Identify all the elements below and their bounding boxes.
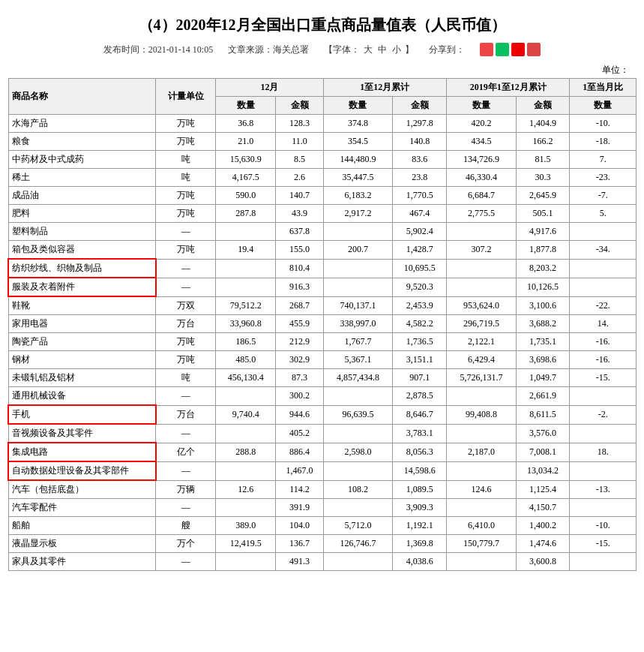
table-row: 塑料制品—637.85,902.44,917.6 xyxy=(8,223,637,241)
row-dec-qty-cell: 12.6 xyxy=(216,480,276,499)
row-unit-cell: 万吨 xyxy=(156,351,216,369)
font-small-btn[interactable]: 小 xyxy=(392,44,401,55)
row-unit-cell: — xyxy=(156,223,216,241)
row-prev-amt-cell: 1,877.8 xyxy=(516,241,570,260)
col-unit-header: 计量单位 xyxy=(156,79,216,115)
row-yoy-qty-cell xyxy=(570,223,637,241)
row-yoy-qty-cell: 14. xyxy=(570,315,637,333)
row-name-cell: 家用电器 xyxy=(8,315,156,333)
row-unit-cell: 吨 xyxy=(156,369,216,387)
table-body: 水海产品万吨36.8128.3374.81,297.8420.21,404.9-… xyxy=(8,115,637,571)
row-dec-amt-cell: 212.9 xyxy=(276,333,323,351)
table-row: 钢材万吨485.0302.95,367.13,151.16,429.43,698… xyxy=(8,351,637,369)
row-prev-amt-cell: 3,698.6 xyxy=(516,351,570,369)
share-label: 分享到： xyxy=(429,44,465,56)
row-dec-qty-cell: 33,960.8 xyxy=(216,315,276,333)
header-row-1: 商品名称 计量单位 12月 1至12月累计 2019年1至12月累计 1至当月比 xyxy=(8,79,637,97)
row-prev-qty-cell: 434.5 xyxy=(447,133,517,151)
row-prev-amt-cell: 1,474.6 xyxy=(516,535,570,553)
table-row: 箱包及类似容器万吨19.4155.0200.71,428.7307.21,877… xyxy=(8,241,637,260)
table-row: 水海产品万吨36.8128.3374.81,297.8420.21,404.9-… xyxy=(8,115,637,133)
row-yoy-qty-cell xyxy=(570,259,637,278)
row-prev-amt-cell: 8,611.5 xyxy=(516,405,570,424)
row-name-cell: 水海产品 xyxy=(8,115,156,133)
row-dec-amt-cell: 114.2 xyxy=(276,480,323,499)
row-name-cell: 汽车（包括底盘） xyxy=(8,480,156,499)
table-row: 船舶艘389.0104.05,712.01,192.16,410.01,400.… xyxy=(8,517,637,535)
row-dec-amt-cell: 2.6 xyxy=(276,169,323,187)
table-row: 通用机械设备—300.22,878.52,661.9 xyxy=(8,387,637,406)
font-large-btn[interactable]: 大 xyxy=(364,44,373,55)
row-cum-qty-cell: 6,183.2 xyxy=(323,187,393,205)
row-yoy-qty-cell: -2. xyxy=(570,405,637,424)
row-yoy-qty-cell: -10. xyxy=(570,517,637,535)
row-prev-amt-cell: 30.3 xyxy=(516,169,570,187)
row-cum-amt-cell: 907.1 xyxy=(393,369,447,387)
row-cum-qty-cell xyxy=(323,499,393,517)
row-prev-qty-cell xyxy=(447,499,517,517)
row-prev-amt-cell: 3,100.6 xyxy=(516,296,570,315)
row-dec-qty-cell xyxy=(216,278,276,296)
row-dec-qty-cell xyxy=(216,387,276,406)
cum-amt-header: 金额 xyxy=(393,97,447,115)
table-row: 成品油万吨590.0140.76,183.21,770.56,684.72,64… xyxy=(8,187,637,205)
table-row: 纺织纱线、织物及制品—810.410,695.58,203.2 xyxy=(8,259,637,278)
row-cum-qty-cell: 35,447.5 xyxy=(323,169,393,187)
table-row: 家具及其零件—491.34,038.63,600.8 xyxy=(8,553,637,571)
table-row: 粮食万吨21.011.0354.5140.8434.5166.2-18. xyxy=(8,133,637,151)
row-unit-cell: — xyxy=(156,553,216,571)
row-dec-amt-cell: 491.3 xyxy=(276,553,323,571)
row-cum-qty-cell: 96,639.5 xyxy=(323,405,393,424)
row-dec-amt-cell: 136.7 xyxy=(276,535,323,553)
row-unit-cell: 万吨 xyxy=(156,241,216,260)
row-cum-qty-cell xyxy=(323,259,393,278)
row-prev-amt-cell: 4,150.7 xyxy=(516,499,570,517)
share-icon-2[interactable] xyxy=(496,43,509,56)
row-dec-qty-cell: 9,740.4 xyxy=(216,405,276,424)
share-icon-1[interactable] xyxy=(480,43,493,56)
row-yoy-qty-cell: 5. xyxy=(570,205,637,223)
cum-qty-header: 数量 xyxy=(323,97,393,115)
row-dec-qty-cell: 15,630.9 xyxy=(216,151,276,169)
share-icon-3[interactable] xyxy=(511,43,525,56)
row-cum-amt-cell: 4,038.6 xyxy=(393,553,447,571)
table-row: 液晶显示板万个12,419.5136.7126,746.71,369.8150,… xyxy=(8,535,637,553)
table-row: 音视频设备及其零件—405.23,783.13,576.0 xyxy=(8,424,637,443)
row-cum-qty-cell: 1,767.7 xyxy=(323,333,393,351)
row-cum-qty-cell: 2,917.2 xyxy=(323,205,393,223)
row-prev-qty-cell: 99,408.8 xyxy=(447,405,517,424)
meta-row: 发布时间：2021-01-14 10:05 文章来源：海关总署 【字体： 大 中… xyxy=(0,40,644,62)
row-cum-amt-cell: 1,297.8 xyxy=(393,115,447,133)
row-cum-qty-cell: 338,997.0 xyxy=(323,315,393,333)
row-prev-amt-cell: 3,576.0 xyxy=(516,424,570,443)
row-name-cell: 稀土 xyxy=(8,169,156,187)
row-unit-cell: 吨 xyxy=(156,151,216,169)
row-prev-amt-cell: 8,203.2 xyxy=(516,259,570,278)
row-prev-qty-cell: 150,779.7 xyxy=(447,535,517,553)
row-cum-amt-cell: 8,056.3 xyxy=(393,443,447,461)
row-cum-amt-cell: 1,192.1 xyxy=(393,517,447,535)
table-row: 家用电器万台33,960.8455.9338,997.04,582.2296,7… xyxy=(8,315,637,333)
yoy-qty-header: 数量 xyxy=(570,97,637,115)
row-cum-qty-cell: 4,857,434.8 xyxy=(323,369,393,387)
row-unit-cell: 吨 xyxy=(156,169,216,187)
row-name-cell: 自动数据处理设备及其零部件 xyxy=(8,461,156,480)
font-mid-btn[interactable]: 中 xyxy=(378,44,387,55)
row-cum-qty-cell xyxy=(323,461,393,480)
row-dec-amt-cell: 43.9 xyxy=(276,205,323,223)
row-yoy-qty-cell xyxy=(570,461,637,480)
row-yoy-qty-cell: 7. xyxy=(570,151,637,169)
row-yoy-qty-cell: -10. xyxy=(570,115,637,133)
row-name-cell: 未锻轧铝及铝材 xyxy=(8,369,156,387)
row-dec-amt-cell: 1,467.0 xyxy=(276,461,323,480)
row-name-cell: 通用机械设备 xyxy=(8,387,156,406)
row-dec-amt-cell: 104.0 xyxy=(276,517,323,535)
share-icon-4[interactable] xyxy=(527,43,541,56)
row-cum-qty-cell xyxy=(323,424,393,443)
row-dec-amt-cell: 637.8 xyxy=(276,223,323,241)
row-yoy-qty-cell: -15. xyxy=(570,369,637,387)
row-cum-amt-cell: 8,646.7 xyxy=(393,405,447,424)
row-cum-qty-cell: 374.8 xyxy=(323,115,393,133)
source: 文章来源：海关总署 xyxy=(228,44,309,56)
row-yoy-qty-cell xyxy=(570,499,637,517)
